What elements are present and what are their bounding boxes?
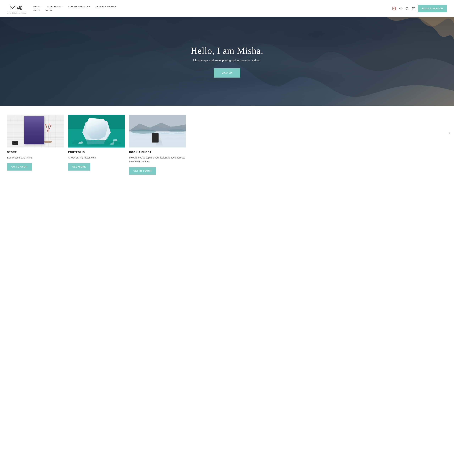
portfolio-card: PORTFOLIO Check out my latest work. SEE … bbox=[68, 115, 125, 171]
svg-rect-50 bbox=[12, 141, 18, 145]
site-header: WWW.MISHAMARTIN.COM ABOUT PORTFOLIO ▾ IC… bbox=[0, 0, 454, 17]
svg-point-61 bbox=[49, 125, 50, 125]
svg-line-7 bbox=[400, 9, 401, 9]
svg-point-60 bbox=[46, 127, 47, 127]
svg-rect-13 bbox=[7, 115, 64, 148]
book-session-button[interactable]: BOOK A SESSION bbox=[418, 5, 447, 12]
chevron-down-icon: ▾ bbox=[117, 6, 118, 7]
shoot-card-image bbox=[129, 115, 186, 148]
nav-about[interactable]: ABOUT bbox=[33, 5, 42, 8]
nav-iceland-prints[interactable]: ICELAND PRINTS ▾ bbox=[68, 5, 90, 8]
nav-row-2: SHOP BLOG bbox=[33, 9, 393, 12]
svg-line-54 bbox=[46, 125, 48, 133]
portfolio-image-svg bbox=[68, 115, 125, 148]
shoot-card-desc: I would love to capture your icelandic a… bbox=[129, 156, 186, 164]
portfolio-card-image bbox=[68, 115, 125, 148]
svg-point-84 bbox=[158, 136, 161, 140]
svg-rect-38 bbox=[24, 116, 42, 144]
portfolio-card-desc: Check out my latest work. bbox=[68, 156, 125, 160]
svg-point-44 bbox=[38, 119, 39, 121]
svg-point-52 bbox=[45, 139, 51, 142]
nav-row-1: ABOUT PORTFOLIO ▾ ICELAND PRINTS ▾ TRAVE… bbox=[33, 5, 393, 8]
svg-point-45 bbox=[27, 122, 28, 123]
hero-section: Hello, I am Misha. A landscape and trave… bbox=[0, 17, 454, 106]
meet-me-button[interactable]: Meet Me bbox=[214, 68, 240, 78]
nav-blog[interactable]: BLOG bbox=[45, 9, 52, 12]
get-in-touch-button[interactable]: GET IN TOUCH bbox=[129, 167, 156, 175]
svg-point-43 bbox=[35, 119, 36, 121]
svg-point-2 bbox=[393, 8, 395, 9]
logo-area[interactable]: WWW.MISHAMARTIN.COM bbox=[7, 3, 26, 14]
shoot-image-svg bbox=[129, 115, 186, 148]
svg-marker-70 bbox=[86, 121, 106, 129]
svg-point-40 bbox=[27, 119, 28, 121]
store-image-svg bbox=[7, 115, 64, 148]
carousel-next-button[interactable]: › bbox=[449, 131, 450, 135]
svg-line-8 bbox=[400, 8, 401, 8]
cart-icon[interactable] bbox=[412, 7, 415, 10]
svg-point-4 bbox=[401, 7, 402, 8]
share-icon[interactable] bbox=[399, 7, 402, 10]
store-card: STORE Buy Presets and Prints GO TO SHOP bbox=[7, 115, 64, 171]
store-card-image bbox=[7, 115, 64, 148]
hero-subtitle: A landscape and travel photographer base… bbox=[191, 59, 263, 62]
svg-point-48 bbox=[35, 122, 36, 123]
svg-line-56 bbox=[48, 126, 51, 133]
cards-container: STORE Buy Presets and Prints GO TO SHOP bbox=[7, 115, 447, 175]
chevron-down-icon: ▾ bbox=[62, 6, 63, 7]
store-card-desc: Buy Presets and Prints bbox=[7, 156, 64, 160]
svg-line-55 bbox=[48, 125, 49, 133]
main-nav: ABOUT PORTFOLIO ▾ ICELAND PRINTS ▾ TRAVE… bbox=[33, 5, 393, 12]
svg-rect-1 bbox=[393, 7, 396, 10]
svg-point-46 bbox=[30, 122, 31, 123]
svg-point-42 bbox=[32, 119, 34, 121]
search-icon[interactable] bbox=[405, 7, 409, 10]
svg-point-51 bbox=[14, 141, 16, 144]
logo-icon bbox=[9, 3, 25, 12]
svg-point-41 bbox=[30, 119, 31, 121]
svg-point-86 bbox=[131, 129, 156, 134]
go-to-shop-button[interactable]: GO TO SHOP bbox=[7, 163, 32, 171]
svg-point-5 bbox=[399, 8, 400, 9]
see-work-button[interactable]: SEE WORK bbox=[68, 163, 90, 171]
svg-line-10 bbox=[408, 9, 408, 10]
nav-portfolio[interactable]: PORTFOLIO ▾ bbox=[47, 5, 63, 8]
header-icons bbox=[392, 7, 415, 10]
cards-section: STORE Buy Presets and Prints GO TO SHOP bbox=[0, 106, 454, 185]
svg-point-62 bbox=[44, 141, 52, 143]
nav-travels-prints[interactable]: TRAVELS PRINTS ▾ bbox=[95, 5, 118, 8]
svg-point-49 bbox=[38, 122, 39, 123]
chevron-down-icon: ▾ bbox=[89, 6, 90, 7]
svg-rect-39 bbox=[25, 117, 41, 143]
svg-point-83 bbox=[157, 140, 161, 142]
store-card-title: STORE bbox=[7, 151, 64, 154]
logo-url: WWW.MISHAMARTIN.COM bbox=[7, 12, 26, 14]
svg-point-57 bbox=[45, 125, 46, 125]
svg-rect-80 bbox=[129, 133, 186, 148]
svg-point-9 bbox=[406, 7, 408, 9]
hero-content: Hello, I am Misha. A landscape and trave… bbox=[191, 46, 263, 78]
svg-point-87 bbox=[168, 129, 186, 132]
svg-marker-82 bbox=[133, 136, 186, 140]
svg-point-3 bbox=[395, 8, 395, 8]
shoot-card: BOOK A SHOOT I would love to capture you… bbox=[129, 115, 186, 175]
svg-point-6 bbox=[401, 9, 402, 10]
svg-point-59 bbox=[50, 125, 52, 126]
instagram-icon[interactable] bbox=[392, 7, 396, 10]
shoot-card-title: BOOK A SHOOT bbox=[129, 151, 186, 154]
hero-title: Hello, I am Misha. bbox=[191, 46, 263, 56]
svg-marker-71 bbox=[89, 121, 104, 125]
svg-rect-53 bbox=[45, 133, 50, 140]
svg-point-47 bbox=[32, 122, 34, 123]
svg-point-58 bbox=[48, 124, 49, 125]
portfolio-card-title: PORTFOLIO bbox=[68, 151, 125, 154]
nav-shop[interactable]: SHOP bbox=[33, 9, 40, 12]
svg-point-85 bbox=[156, 145, 163, 146]
